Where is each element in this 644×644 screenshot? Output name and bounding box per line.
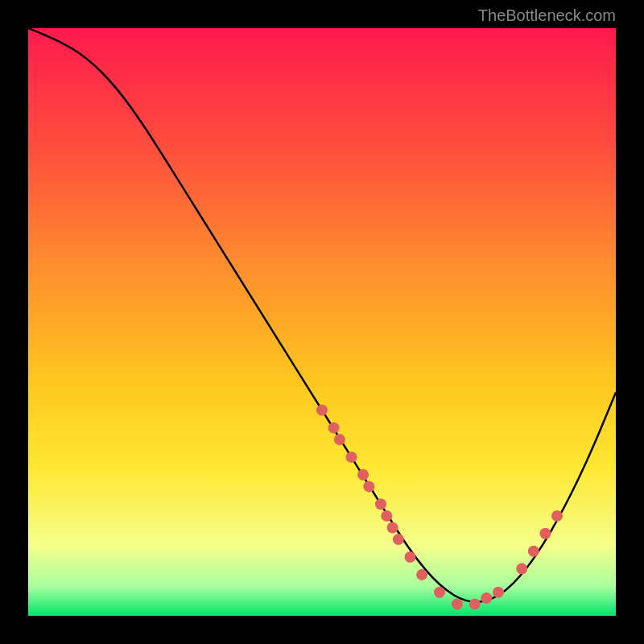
data-marker [363,481,374,492]
data-marker [387,522,398,534]
data-marker [328,422,340,433]
data-marker [416,569,427,580]
data-marker [469,598,481,609]
data-marker [405,551,416,563]
data-marker [316,405,328,416]
data-marker [481,592,492,604]
data-marker [452,598,463,609]
data-marker [357,469,369,481]
data-marker [516,564,527,575]
bottleneck-curve [28,28,616,602]
data-marker [375,498,386,510]
chart-plot-area [28,28,616,616]
data-marker [493,587,504,598]
data-marker [528,546,539,557]
data-marker [551,510,563,522]
data-markers [316,405,563,610]
data-marker [539,528,551,539]
data-marker [346,452,357,463]
data-marker [434,587,445,598]
data-marker [334,434,345,445]
data-marker [381,510,392,522]
data-marker [393,534,404,545]
watermark-text: TheBottleneck.com [478,6,616,25]
curve-overlay [28,28,616,616]
